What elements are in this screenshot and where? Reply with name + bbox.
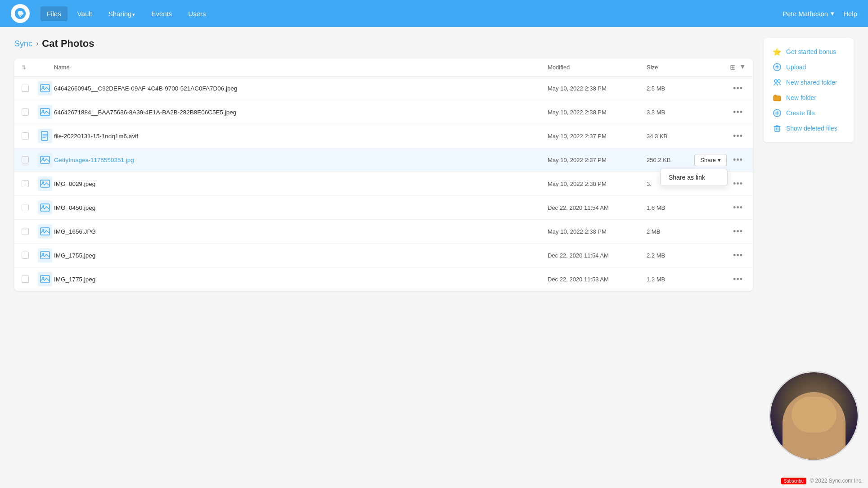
nav-links: Files Vault Sharing▾ Events Users	[40, 6, 783, 21]
table-header: ⇅ Name Modified Size ⊞ ▼	[14, 59, 753, 77]
sidebar-item-get-started-bonus[interactable]: ⭐ Get started bonus	[771, 44, 846, 59]
table-row: IMG_1656.JPG May 10, 2022 2:38 PM 2 MB •…	[14, 220, 753, 244]
nav-sharing[interactable]: Sharing▾	[102, 6, 142, 21]
nav-events[interactable]: Events	[145, 6, 178, 21]
row-checkbox[interactable]	[22, 108, 29, 116]
header-modified: Modified	[548, 64, 647, 71]
share-dropdown: Share as link	[660, 169, 728, 186]
file-size: 34.3 KB	[647, 133, 719, 140]
sharing-arrow-icon: ▾	[132, 12, 135, 17]
file-icon-image	[38, 224, 52, 239]
file-name[interactable]: IMG_1775.jpeg	[54, 276, 548, 283]
row-checkbox[interactable]	[22, 276, 29, 283]
main-content: Sync › Cat Photos ⇅ Name Modified Size ⊞…	[0, 27, 868, 302]
file-modified: Dec 22, 2020 11:54 AM	[548, 204, 647, 211]
file-modified: May 10, 2022 2:38 PM	[548, 109, 647, 116]
shared-folder-icon	[773, 78, 782, 87]
file-modified: May 10, 2022 2:37 PM	[548, 157, 647, 163]
file-icon-image	[38, 81, 52, 95]
row-checkbox[interactable]	[22, 228, 29, 235]
youtube-badge[interactable]: Subscribe	[781, 478, 806, 484]
file-more-button[interactable]: •••	[730, 107, 746, 118]
file-more-button[interactable]: •••	[730, 178, 746, 190]
copyright-text: © 2022 Sync.com Inc.	[810, 478, 863, 484]
table-row: file-20220131-15-1ndq1m6.avif May 10, 20…	[14, 124, 753, 148]
breadcrumb-parent[interactable]: Sync	[14, 39, 32, 49]
file-name[interactable]: IMG_1656.JPG	[54, 228, 548, 235]
help-link[interactable]: Help	[843, 10, 857, 18]
table-row: IMG_0029.jpeg May 10, 2022 2:38 PM 3. ••…	[14, 172, 753, 196]
file-modified: May 10, 2022 2:37 PM	[548, 133, 647, 140]
row-checkbox[interactable]	[22, 132, 29, 140]
nav-vault[interactable]: Vault	[71, 6, 99, 21]
file-modified: May 10, 2022 2:38 PM	[548, 181, 647, 187]
sidebar-item-create-file[interactable]: Create file	[771, 105, 846, 121]
file-icon-image	[38, 200, 52, 215]
row-checkbox[interactable]	[22, 204, 29, 211]
avatar-image	[770, 372, 858, 460]
svg-point-21	[778, 80, 780, 82]
file-size: 2.2 MB	[647, 252, 719, 259]
user-dropdown-icon: ▾	[831, 9, 834, 18]
header-sort-icon[interactable]: ⇅	[22, 64, 38, 71]
svg-point-1	[20, 16, 21, 17]
row-checkbox[interactable]	[22, 180, 29, 187]
footer: Subscribe © 2022 Sync.com Inc.	[781, 478, 863, 484]
header-name[interactable]: Name	[54, 64, 548, 71]
user-menu[interactable]: Pete Matheson ▾	[783, 9, 834, 18]
file-more-button[interactable]: •••	[730, 226, 746, 237]
table-row: 64642660945__C92DEFAE-09AF-4C4B-9700-521…	[14, 77, 753, 100]
file-modified: Dec 22, 2020 11:53 AM	[548, 276, 647, 283]
table-row: IMG_0450.jpeg Dec 22, 2020 11:54 AM 1.6 …	[14, 196, 753, 220]
file-name[interactable]: IMG_0029.jpeg	[54, 181, 548, 187]
file-size: 2.5 MB	[647, 85, 719, 92]
navbar: Files Vault Sharing▾ Events Users Pete M…	[0, 0, 868, 27]
upload-icon	[773, 63, 782, 72]
sidebar-item-upload[interactable]: Upload	[771, 59, 846, 75]
breadcrumb: Sync › Cat Photos	[14, 38, 753, 50]
sidebar-item-new-folder[interactable]: New folder	[771, 90, 846, 105]
file-size: 1.2 MB	[647, 276, 719, 283]
file-name[interactable]: 64642671884__BAA75636-8A39-4E1A-BA2B-282…	[54, 109, 548, 116]
sidebar-panel: ⭐ Get started bonus Upload New shared fo…	[764, 38, 854, 142]
filter-icon[interactable]: ▼	[739, 63, 746, 72]
file-actions: •••	[719, 226, 746, 237]
row-checkbox[interactable]	[22, 85, 29, 92]
file-more-button[interactable]: •••	[730, 202, 746, 213]
nav-files[interactable]: Files	[40, 6, 67, 21]
file-icon-image	[38, 248, 52, 262]
sidebar-item-new-shared-folder[interactable]: New shared folder	[771, 75, 846, 90]
file-more-button[interactable]: •••	[730, 154, 746, 166]
file-more-button[interactable]: •••	[730, 131, 746, 142]
share-as-link-option[interactable]: Share as link	[661, 169, 727, 185]
table-row: GettyImages-1175550351.jpg May 10, 2022 …	[14, 148, 753, 172]
row-checkbox[interactable]	[22, 156, 29, 163]
file-actions: •••	[719, 202, 746, 213]
file-icon-image	[38, 272, 52, 286]
grid-view-icon[interactable]: ⊞	[730, 63, 736, 72]
folder-icon	[773, 93, 782, 102]
file-name[interactable]: file-20220131-15-1ndq1m6.avif	[54, 133, 548, 140]
sidebar: ⭐ Get started bonus Upload New shared fo…	[764, 38, 854, 291]
file-more-button[interactable]: •••	[730, 83, 746, 94]
star-icon: ⭐	[773, 47, 782, 56]
file-name[interactable]: GettyImages-1175550351.jpg	[54, 157, 548, 163]
sidebar-item-show-deleted-files[interactable]: Show deleted files	[771, 121, 846, 136]
file-modified: Dec 22, 2020 11:54 AM	[548, 252, 647, 259]
file-name[interactable]: 64642660945__C92DEFAE-09AF-4C4B-9700-521…	[54, 85, 548, 92]
file-icon-doc	[38, 129, 52, 143]
nav-users[interactable]: Users	[182, 6, 212, 21]
file-more-button[interactable]: •••	[730, 274, 746, 285]
file-name[interactable]: IMG_0450.jpeg	[54, 204, 548, 211]
file-name[interactable]: IMG_1755.jpeg	[54, 252, 548, 259]
file-actions: •••	[719, 131, 746, 142]
app-logo[interactable]	[11, 4, 30, 23]
row-checkbox[interactable]	[22, 252, 29, 259]
share-button[interactable]: Share ▾	[694, 154, 727, 166]
create-file-icon	[773, 108, 782, 117]
file-more-button[interactable]: •••	[730, 250, 746, 261]
file-modified: May 10, 2022 2:38 PM	[548, 228, 647, 235]
avatar	[769, 371, 859, 461]
file-actions: •••	[719, 274, 746, 285]
table-row: 64642671884__BAA75636-8A39-4E1A-BA2B-282…	[14, 100, 753, 124]
